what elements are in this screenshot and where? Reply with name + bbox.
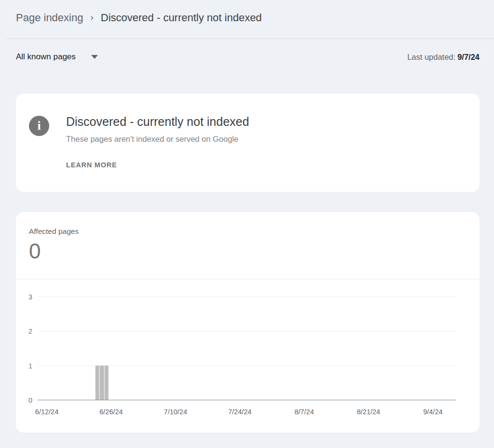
y-tick-label-1: 1 [28,362,32,370]
metric-label: Affected pages [29,227,79,236]
gridline-y-2 [38,331,456,331]
issue-info-card: i Discovered - currently not indexed The… [16,94,480,192]
x-axis-line [38,400,456,400]
page-indexing-detail-page: { "breadcrumb": { "parent": "Page indexi… [0,0,494,448]
x-tick-label-6-12-24: 6/12/24 [35,408,58,416]
y-tick-label-2: 2 [28,327,32,335]
learn-more-button[interactable]: LEARN MORE [66,161,117,169]
metric-value: 0 [29,239,41,263]
dropdown-caret-icon [91,55,98,59]
last-updated-label: Last updated: [407,53,455,61]
x-tick-label-6-26-24: 6/26/24 [99,408,123,416]
bar-6-25-24 [105,366,109,400]
y-tick-label-0: 0 [28,396,32,404]
x-tick-label-7-24-24: 7/24/24 [228,408,251,416]
info-icon: i [29,116,49,136]
issue-title: Discovered - currently not indexed [66,115,249,129]
last-updated: Last updated:9/7/24 [407,53,480,62]
y-tick-label-3: 3 [28,293,32,301]
x-tick-label-9-4-24: 9/4/24 [423,408,442,416]
toolbar: All known pages Last updated:9/7/24 [16,52,480,62]
last-updated-value: 9/7/24 [457,53,480,61]
gridline-y-3 [38,297,456,297]
affected-pages-card: Affected pages 0 01236/12/246/26/247/10/… [16,212,480,433]
breadcrumb-page-indexing[interactable]: Page indexing [16,12,83,24]
breadcrumb: Page indexing › Discovered - currently n… [16,12,262,24]
x-tick-label-8-21-24: 8/21/24 [357,408,380,416]
card-divider [16,279,480,279]
bar-6-24-24 [100,366,104,400]
x-tick-label-8-7-24: 8/7/24 [294,408,314,416]
affected-pages-chart: 01236/12/246/26/247/10/247/24/248/7/248/… [38,297,456,400]
x-tick-label-7-10-24: 7/10/24 [164,408,187,416]
issue-subtitle: These pages aren't indexed or served on … [66,135,238,144]
chevron-right-icon: › [90,12,93,23]
known-pages-dropdown[interactable]: All known pages [16,52,98,62]
known-pages-dropdown-label: All known pages [16,52,76,62]
bar-6-23-24 [96,366,100,400]
header-divider [6,38,494,39]
breadcrumb-current-page: Discovered - currently not indexed [101,12,262,24]
